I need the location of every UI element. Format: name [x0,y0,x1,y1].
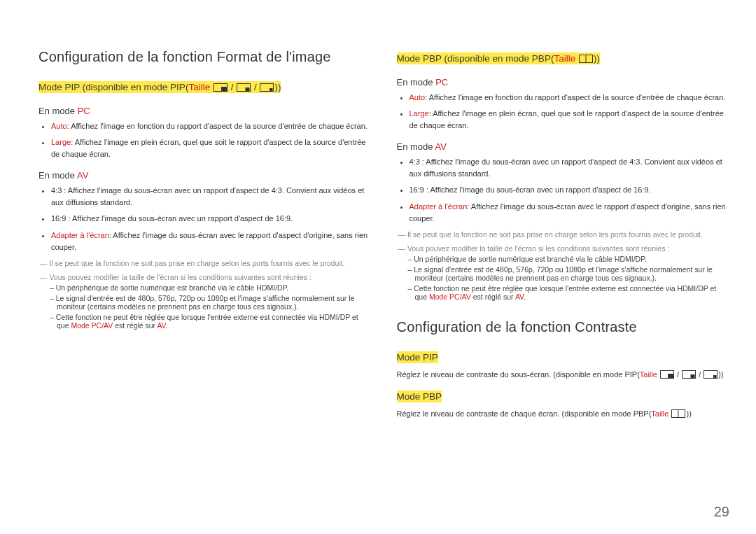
page: Configuration de la fonction Format de l… [0,0,756,534]
mode-pbp-subtitle: Mode PBP (disponible en mode PBP(Taille … [397,52,729,67]
pip-medium-icon [237,82,251,96]
pbp-icon [671,409,685,419]
note: – Le signal d'entrée est de 480p, 576p, … [397,265,729,282]
pc-bullets: Auto: Affichez l'image en fonction du ra… [400,92,729,132]
pip-large-icon [660,370,674,380]
av-bullets: 4:3 : Affichez l'image du sous-écran ave… [41,185,370,253]
note: – Cette fonction ne peut être réglée que… [397,284,729,301]
note: – Cette fonction ne peut être réglée que… [38,313,370,330]
list-item: Large: Affichez l'image en plein écran, … [51,136,370,160]
pip-contrast-text: Réglez le niveau de contraste du sous-éc… [397,370,729,380]
note: ― Vous pouvez modifier la taille de l'éc… [38,273,370,281]
page-number: 29 [714,504,729,520]
heading-contrast: Configuration de la fonction Contraste [397,319,729,335]
pc-mode-heading: En mode PC [397,77,729,87]
left-column: Configuration de la fonction Format de l… [38,49,370,422]
av-mode-heading: En mode AV [38,170,370,181]
pip-medium-icon [682,370,696,380]
list-item: Adapter à l'écran: Affichez l'image du s… [51,230,370,253]
list-item: Auto: Affichez l'image en fonction du ra… [51,120,370,132]
list-item: 16:9 : Affichez l'image du sous-écran av… [410,184,729,196]
pip-small-icon [704,370,718,380]
list-item: Auto: Affichez l'image en fonction du ra… [410,92,729,104]
av-bullets: 4:3 : Affichez l'image du sous-écran ave… [400,156,729,224]
pc-bullets: Auto: Affichez l'image en fonction du ra… [41,120,370,160]
pbp-contrast-text: Réglez le niveau de contraste de chaque … [397,409,729,419]
right-column: Mode PBP (disponible en mode PBP(Taille … [397,49,729,422]
list-item: 4:3 : Affichez l'image du sous-écran ave… [410,156,729,180]
note: ― Vous pouvez modifier la taille de l'éc… [397,244,729,253]
note: ― Il se peut que la fonction ne soit pas… [38,259,370,267]
list-item: Adapter à l'écran: Affichez l'image du s… [410,201,729,225]
note: – Un périphérique de sortie numérique es… [38,283,370,292]
note: – Le signal d'entrée est de 480p, 576p, … [38,294,370,311]
heading-image-format: Configuration de la fonction Format de l… [38,49,370,65]
pip-small-icon [260,82,274,96]
pc-mode-heading: En mode PC [38,106,370,116]
mode-pip-label: Mode PIP [397,351,729,365]
note: ― Il se peut que la fonction ne soit pas… [397,230,729,239]
pbp-icon [579,53,593,67]
pip-large-icon [214,82,227,96]
list-item: 4:3 : Affichez l'image du sous-écran ave… [51,185,370,209]
list-item: Large: Affichez l'image en plein écran, … [410,108,729,132]
av-mode-heading: En mode AV [397,141,729,152]
mode-pip-subtitle: Mode PIP (disponible en mode PIP(Taille … [38,80,370,96]
list-item: 16:9 : Affichez l'image du sous-écran av… [51,213,370,225]
note: – Un périphérique de sortie numérique es… [397,255,729,263]
mode-pbp-label: Mode PBP [397,390,729,404]
